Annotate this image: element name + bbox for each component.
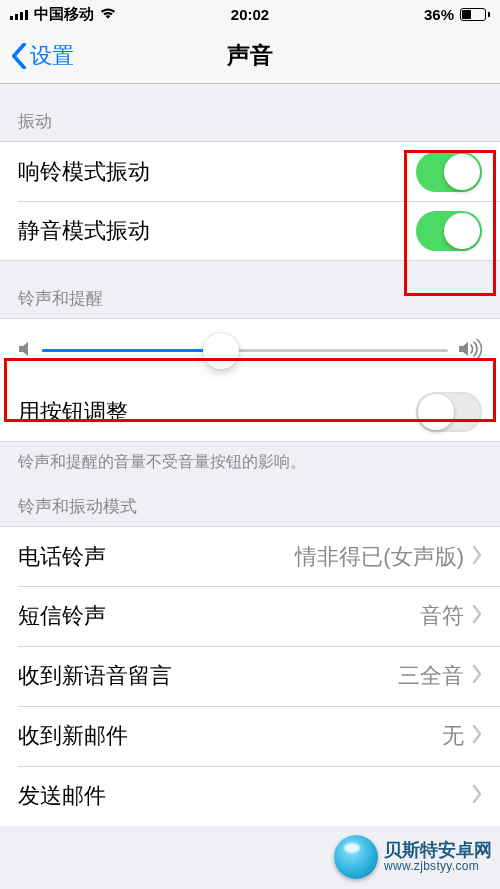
- phone-ringtone-value: 情非得已(女声版): [295, 542, 464, 572]
- silent-vibrate-label: 静音模式振动: [18, 216, 416, 246]
- watermark-url: www.zjbstyy.com: [384, 860, 492, 873]
- silent-vibrate-toggle[interactable]: [416, 211, 482, 251]
- cell-adjust-buttons: 用按钮调整: [0, 382, 500, 442]
- cell-sms-ringtone[interactable]: 短信铃声 音符: [0, 586, 500, 646]
- chevron-right-icon: [472, 785, 482, 807]
- sms-ringtone-label: 短信铃声: [18, 601, 420, 631]
- back-button[interactable]: 设置: [10, 41, 74, 71]
- status-right: 36%: [424, 6, 490, 23]
- section-header-ringer: 铃声和提醒: [0, 261, 500, 318]
- ring-vibrate-label: 响铃模式振动: [18, 157, 416, 187]
- new-voicemail-label: 收到新语音留言: [18, 661, 398, 691]
- chevron-right-icon: [472, 605, 482, 627]
- page-title: 声音: [227, 40, 273, 71]
- ringer-footnote: 铃声和提醒的音量不受音量按钮的影响。: [0, 442, 500, 477]
- clock: 20:02: [231, 6, 269, 23]
- cell-phone-ringtone[interactable]: 电话铃声 情非得已(女声版): [0, 526, 500, 586]
- battery-percent: 36%: [424, 6, 454, 23]
- send-mail-label: 发送邮件: [18, 781, 464, 811]
- section-header-vibration: 振动: [0, 84, 500, 141]
- cell-new-mail[interactable]: 收到新邮件 无: [0, 706, 500, 766]
- chevron-right-icon: [472, 546, 482, 568]
- watermark-logo-icon: [334, 835, 378, 879]
- battery-icon: [460, 8, 490, 21]
- sms-ringtone-value: 音符: [420, 601, 464, 631]
- new-voicemail-value: 三全音: [398, 661, 464, 691]
- watermark-title: 贝斯特安卓网: [384, 841, 492, 860]
- cellular-signal-icon: [10, 8, 28, 20]
- chevron-right-icon: [472, 725, 482, 747]
- status-bar: 中国移动 20:02 36%: [0, 0, 500, 28]
- carrier-label: 中国移动: [34, 5, 94, 24]
- nav-bar: 设置 声音: [0, 28, 500, 84]
- back-label: 设置: [30, 41, 74, 71]
- new-mail-value: 无: [442, 721, 464, 751]
- watermark: 贝斯特安卓网 www.zjbstyy.com: [334, 835, 492, 879]
- cell-send-mail[interactable]: 发送邮件: [0, 766, 500, 826]
- wifi-icon: [100, 6, 116, 23]
- volume-slider[interactable]: [42, 349, 448, 352]
- cell-silent-vibrate: 静音模式振动: [0, 201, 500, 261]
- phone-ringtone-label: 电话铃声: [18, 542, 295, 572]
- cell-new-voicemail[interactable]: 收到新语音留言 三全音: [0, 646, 500, 706]
- cell-ring-vibrate: 响铃模式振动: [0, 141, 500, 201]
- status-left: 中国移动: [10, 5, 116, 24]
- speaker-max-icon: [458, 339, 482, 363]
- chevron-right-icon: [472, 665, 482, 687]
- speaker-min-icon: [18, 340, 32, 362]
- cell-volume-slider: [0, 318, 500, 382]
- section-header-patterns: 铃声和振动模式: [0, 477, 500, 526]
- ring-vibrate-toggle[interactable]: [416, 152, 482, 192]
- new-mail-label: 收到新邮件: [18, 721, 442, 751]
- adjust-buttons-label: 用按钮调整: [18, 397, 416, 427]
- adjust-buttons-toggle[interactable]: [416, 392, 482, 432]
